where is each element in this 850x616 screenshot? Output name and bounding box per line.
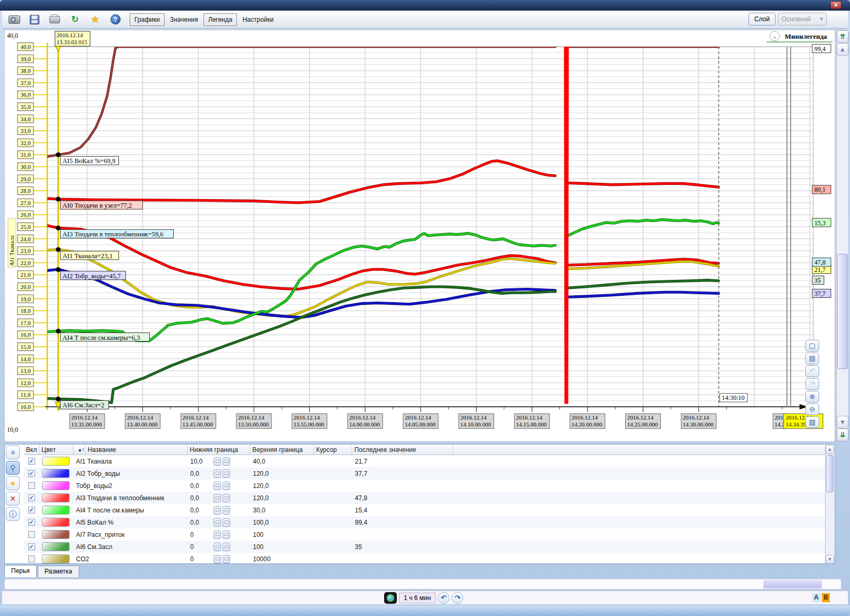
low-limit[interactable]: 0	[187, 531, 214, 538]
pen-delete-icon[interactable]: ✕	[6, 492, 20, 506]
close-button[interactable]: ✕	[830, 1, 842, 9]
limit-edit-icon[interactable]	[214, 506, 221, 515]
scrollbar-track[interactable]	[837, 56, 848, 416]
table-row[interactable]: ✓AI1 Тканала10,040,021,7	[24, 455, 825, 467]
limit-edit-icon[interactable]	[214, 555, 221, 563]
table-scroll-up-icon[interactable]: ▲	[826, 445, 834, 454]
limit-edit-icon[interactable]	[214, 531, 221, 539]
view-button-4[interactable]: Настройки	[238, 14, 278, 25]
low-limit[interactable]: 0	[187, 543, 214, 551]
low-limit[interactable]: 0,0	[187, 482, 214, 490]
limit-edit-icon[interactable]	[223, 506, 230, 515]
high-limit[interactable]: 30,0	[250, 507, 313, 514]
col-color[interactable]: Цвет	[39, 444, 73, 455]
row-checkbox[interactable]: ✓	[28, 507, 35, 514]
color-swatch[interactable]	[42, 481, 70, 490]
col-low[interactable]: Нижняя граница	[187, 444, 250, 455]
tab-markup[interactable]: Разметка	[38, 566, 79, 577]
redo-icon[interactable]: ↷	[805, 378, 819, 390]
series-AI0[interactable]	[47, 161, 719, 203]
chart-scrollbar[interactable]: ⇈ ▲ ▼ ⇊	[836, 30, 849, 442]
table-row[interactable]: ✓AI3 Тподачи в теплообменник0,0120,047,8	[24, 492, 825, 504]
snapshot-icon[interactable]	[6, 13, 22, 27]
series-AI5[interactable]	[47, 47, 719, 157]
row-checkbox[interactable]	[28, 555, 35, 562]
limit-edit-icon[interactable]	[214, 469, 221, 478]
limit-edit-icon[interactable]	[223, 555, 230, 563]
high-limit[interactable]: 100,0	[250, 519, 313, 526]
print-icon[interactable]	[47, 13, 63, 27]
limit-edit-icon[interactable]	[223, 469, 230, 478]
row-checkbox[interactable]: ✓	[28, 519, 35, 526]
series-AI2[interactable]	[47, 269, 719, 317]
minilegend-header[interactable]: ⌄Минилегенда	[767, 31, 832, 42]
pen-search-icon[interactable]: ⚲	[6, 461, 20, 475]
fit-view-icon[interactable]: ▢	[805, 340, 819, 352]
view-button-1[interactable]: Графики	[130, 13, 165, 26]
zoom-in-icon[interactable]: ⊕	[805, 391, 819, 403]
table-scrollbar[interactable]: ▲ ▼	[825, 445, 834, 564]
low-limit[interactable]: 0,0	[187, 494, 214, 502]
low-limit[interactable]: 0,0	[187, 470, 214, 477]
table-scroll-thumb[interactable]	[826, 455, 834, 492]
limit-edit-icon[interactable]	[214, 482, 221, 490]
pen-favorites-icon[interactable]: ★	[6, 476, 20, 490]
limit-edit-icon[interactable]	[214, 494, 221, 502]
color-swatch[interactable]	[42, 506, 70, 515]
high-limit[interactable]: 100	[250, 543, 313, 551]
export-icon[interactable]: ▧	[805, 416, 819, 428]
color-swatch[interactable]	[42, 457, 70, 466]
scroll-up-icon[interactable]: ▲	[837, 43, 848, 56]
limit-edit-icon[interactable]	[223, 494, 230, 502]
table-row[interactable]: ✓AI5 ВоКал %0,0100,099,4	[24, 516, 825, 528]
col-high[interactable]: Верхняя граница	[250, 444, 313, 455]
low-limit[interactable]: 0,0	[187, 519, 214, 526]
color-swatch[interactable]	[42, 554, 70, 563]
color-swatch[interactable]	[42, 493, 70, 502]
limit-edit-icon[interactable]	[214, 543, 221, 551]
table-row[interactable]: CO2010000	[24, 553, 825, 564]
limit-edit-icon[interactable]	[223, 482, 230, 490]
row-checkbox[interactable]: ✓	[28, 494, 35, 501]
limit-edit-icon[interactable]	[223, 518, 230, 527]
scroll-down-icon[interactable]: ▼	[837, 416, 848, 429]
time-cursor[interactable]: AI5 ВоКал %=69,9AI0 Тподачи в узел=77,2A…	[55, 38, 174, 411]
high-limit[interactable]: 100	[250, 531, 313, 538]
table-scroll-track[interactable]	[826, 454, 834, 555]
table-row[interactable]: ✓AI2 Тобр_воды0,0120,037,7	[24, 467, 825, 480]
scrollbar-thumb[interactable]	[837, 254, 848, 369]
color-swatch[interactable]	[42, 469, 70, 478]
trend-chart[interactable]: 40,010,0⌄Минилегенда10,011,012,013,014,0…	[5, 30, 835, 441]
high-limit[interactable]: 40,0	[250, 458, 313, 465]
layer-select[interactable]: Основной ▼	[778, 13, 827, 25]
col-on[interactable]: Вкл	[24, 444, 39, 455]
scroll-bottom-icon[interactable]: ⇊	[837, 429, 848, 441]
col-name[interactable]: ▲¹Название	[73, 444, 187, 455]
color-swatch[interactable]	[42, 518, 70, 527]
undo-icon[interactable]: ↶	[805, 365, 819, 377]
zoom-out-icon[interactable]: ⊖	[805, 404, 819, 415]
scroll-top-icon[interactable]: ⇈	[837, 30, 848, 43]
limit-edit-icon[interactable]	[214, 518, 221, 527]
low-limit[interactable]: 10,0	[187, 458, 214, 465]
col-cursor[interactable]: Курсор	[313, 444, 352, 455]
table-row[interactable]: AI7 Расх_приток0100	[24, 528, 825, 541]
limit-edit-icon[interactable]	[214, 457, 221, 466]
redo-button[interactable]: ↷	[452, 592, 463, 604]
high-limit[interactable]: 120,0	[250, 470, 313, 477]
ruler-icon[interactable]: ▤	[805, 353, 819, 364]
row-checkbox[interactable]	[28, 531, 35, 538]
favorites-icon[interactable]: ★	[87, 13, 103, 27]
color-swatch[interactable]	[42, 542, 70, 551]
limit-edit-icon[interactable]	[223, 531, 230, 539]
high-limit[interactable]: 120,0	[250, 482, 313, 490]
high-limit[interactable]: 120,0	[250, 494, 313, 502]
table-row[interactable]: ✓AI4 Т после см.камеры0,030,015,4	[24, 504, 825, 516]
color-swatch[interactable]	[42, 530, 70, 539]
refresh-icon[interactable]: ↻	[67, 13, 83, 27]
row-checkbox[interactable]: ✓	[28, 543, 35, 550]
layer-button[interactable]: Слой	[749, 13, 776, 25]
pen-list-icon[interactable]: ≡	[6, 446, 20, 459]
save-icon[interactable]	[27, 13, 42, 27]
help-icon[interactable]: ?	[107, 13, 123, 27]
